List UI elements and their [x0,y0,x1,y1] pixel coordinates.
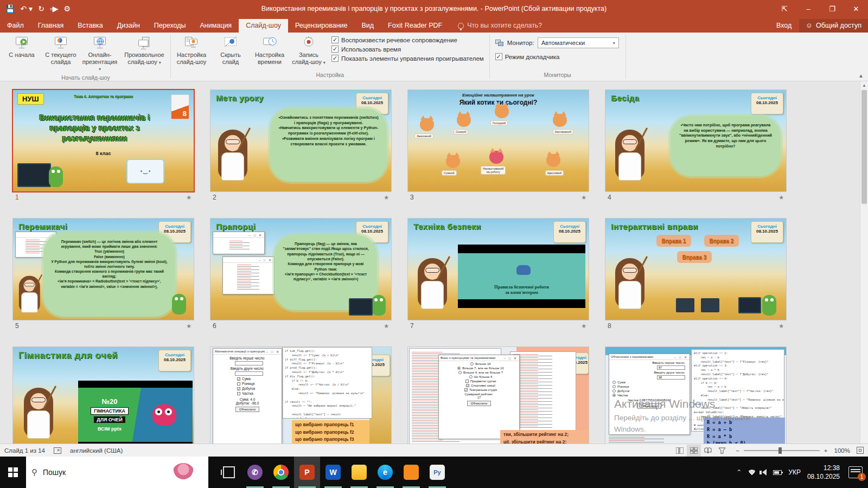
battery-icon[interactable] [773,470,782,475]
fit-slide-to-window-icon[interactable] [857,447,864,454]
slide-thumbnail-2[interactable]: Мета уроку Сьогодні08.10.2025 •Ознайомит… [210,90,391,203]
radio[interactable] [612,385,616,388]
setup-slideshow-button[interactable]: Настройка слайд-шоу [172,34,211,66]
start-button[interactable] [0,457,26,488]
radio[interactable] [612,389,616,393]
slideshow-view-button[interactable] [715,445,729,457]
taskbar-explorer[interactable] [346,457,372,488]
radio[interactable] [469,375,473,378]
video-player[interactable]: №20 ГІМНАСТИКА ДЛЯ ОЧЕЙ ВСІМ pptx [78,381,193,444]
redo-icon[interactable]: ↻ [38,4,44,13]
hidden-icons-chevron-icon[interactable]: ⌃ [736,468,742,476]
slide-thumbnail-12[interactable]: elif operation == 2: res = a - b result_… [605,347,786,444]
taskbar-python-file[interactable]: Py [424,457,450,488]
checkbox[interactable] [237,392,240,395]
tell-me-box[interactable]: Что вы хотите сделать? [449,22,548,33]
vertical-scrollbar[interactable]: ▲ [860,81,868,444]
restore-button[interactable]: ❐ [820,0,844,17]
taskbar-edge[interactable]: e [372,457,398,488]
zoom-out-icon[interactable]: − [736,447,739,454]
tab-home[interactable]: Главная [31,19,71,33]
taskbar-viber[interactable]: ✆ [242,457,268,488]
present-online-button[interactable]: Онлайн-презентация ▾ [80,34,119,74]
exercise-button-3[interactable]: Вправа 3 [677,251,712,263]
undo-icon[interactable]: ↶ ▾ [20,4,33,13]
calculate-button[interactable]: Обчислити [637,403,661,409]
radio-selected[interactable] [612,394,616,397]
monitor-dropdown[interactable]: Автоматически ▾ [538,37,619,48]
checkbox[interactable]: ✓ [237,387,240,390]
custom-slideshow-button[interactable]: Произвольное слайд-шоу ▾ [119,34,169,67]
use-timings-checkbox[interactable]: ✓ Использовать время [331,46,484,53]
taskbar-foxit[interactable] [398,457,424,488]
radio[interactable] [470,362,474,365]
tab-insert[interactable]: Вставка [71,19,110,33]
scroll-up-icon[interactable]: ▲ [860,81,868,89]
language-switcher[interactable]: УКР [788,468,801,476]
slide-thumbnail-3[interactable]: Емоційне налаштування на урок Який котик… [408,90,589,203]
language-indicator[interactable]: английский (США) [70,447,123,454]
calculate-button[interactable]: Обчислити [467,401,491,406]
slide-thumbnail-9[interactable]: Гімнастика для очей Сьогодні08.10.2025 №… [13,347,194,444]
number-entry-1[interactable]: 87 [657,365,685,370]
spellcheck-icon[interactable]: ✕ [54,447,61,454]
scrollbar-thumb[interactable] [861,90,867,204]
tab-transitions[interactable]: Переходы [147,19,193,33]
start-slideshow-icon[interactable]: ▫▶ [50,4,59,13]
rehearse-timings-button[interactable]: Настройка времени [250,34,289,66]
tab-design[interactable]: Дизайн [110,19,147,33]
zoom-in-icon[interactable]: + [824,447,828,454]
exercise-button-2[interactable]: Вправа 2 [704,235,739,247]
action-center-icon[interactable]: 1 [848,466,863,478]
zoom-slider[interactable] [744,450,820,451]
radio[interactable] [458,371,462,374]
show-media-controls-checkbox[interactable]: ✓ Показать элементы управления проигрыва… [331,55,484,62]
slide-thumbnail-4[interactable]: Бесіда Сьогодні08.10.2025 •Часто нам пот… [605,90,786,203]
number-entry-1[interactable] [235,361,263,365]
taskbar-chrome[interactable] [268,457,294,488]
reading-view-button[interactable] [701,445,715,457]
tab-view[interactable]: Вид [354,19,381,33]
tab-file[interactable]: Файл [0,19,31,33]
tab-foxit[interactable]: Foxit Reader PDF [381,19,449,33]
number-entry-2[interactable] [235,371,263,376]
taskbar-search[interactable]: ⚲ Пошук [26,457,208,488]
close-button[interactable]: ✕ [844,0,868,17]
presenter-view-checkbox[interactable]: ✓ Режим докладчика [495,53,619,60]
slide-thumbnail-7[interactable]: Техніка безпеки Сьогодні08.10.2025 Прави… [408,219,589,332]
from-current-slide-button[interactable]: С текущего слайда [41,34,80,66]
speaker-icon[interactable] [762,469,767,476]
taskbar-powerpoint[interactable]: P [294,457,320,488]
minimize-button[interactable]: – [796,0,820,17]
taskbar-word[interactable]: W [320,457,346,488]
tab-review[interactable]: Рецензирование [288,19,355,33]
slide-thumbnail-11[interactable]: Сьогодні08.10.2025 Вікно з прапорцями та… [408,347,589,444]
radio-selected[interactable] [457,367,461,370]
ribbon-display-options-icon[interactable]: ⇱ [773,0,796,17]
checkbox[interactable]: ✓ [466,384,469,387]
customize-qat-icon[interactable]: ⚙ [64,4,71,13]
collapse-ribbon-icon[interactable]: ▲ [858,73,864,79]
sign-in-button[interactable]: Вход [769,19,799,33]
hide-slide-button[interactable]: Скрыть слайд [211,34,250,66]
save-icon[interactable]: 💾 [5,4,15,13]
zoom-percentage[interactable]: 100% [834,447,850,454]
checkbox[interactable] [465,380,469,383]
network-icon[interactable] [748,470,756,476]
clock[interactable]: 12:38 08.10.2025 [807,464,840,481]
slide-thumbnail-1[interactable]: НУШ Тема 4. Алгоритми та програми 8 Вико… [13,90,194,203]
slide-thumbnail-10[interactable]: Сьогодні08.10.2025 що вибрано прапорець … [210,347,391,444]
checkbox[interactable]: ✓ [464,388,468,391]
tab-slideshow[interactable]: Слайд-шоу [239,19,288,33]
video-player[interactable]: Правила безпечної роботи за комп'ютером [458,245,585,308]
checkbox[interactable] [237,382,240,386]
task-view-button[interactable] [216,457,242,488]
calculate-button[interactable]: Обчислити [235,407,259,412]
tab-animations[interactable]: Анимация [193,19,239,33]
slide-thumbnail-5[interactable]: Перемикачі Сьогодні08.10.2025 – Перемика… [13,219,194,332]
radio[interactable] [612,381,616,384]
exercise-button-1[interactable]: Вправа 1 [656,235,691,247]
share-button[interactable]: ☺ Общий доступ [799,19,868,33]
slide-thumbnail-8[interactable]: Інтерактивні вправи Сьогодні08.10.2025 В… [605,219,786,332]
number-entry-2[interactable]: 98 [657,375,685,380]
